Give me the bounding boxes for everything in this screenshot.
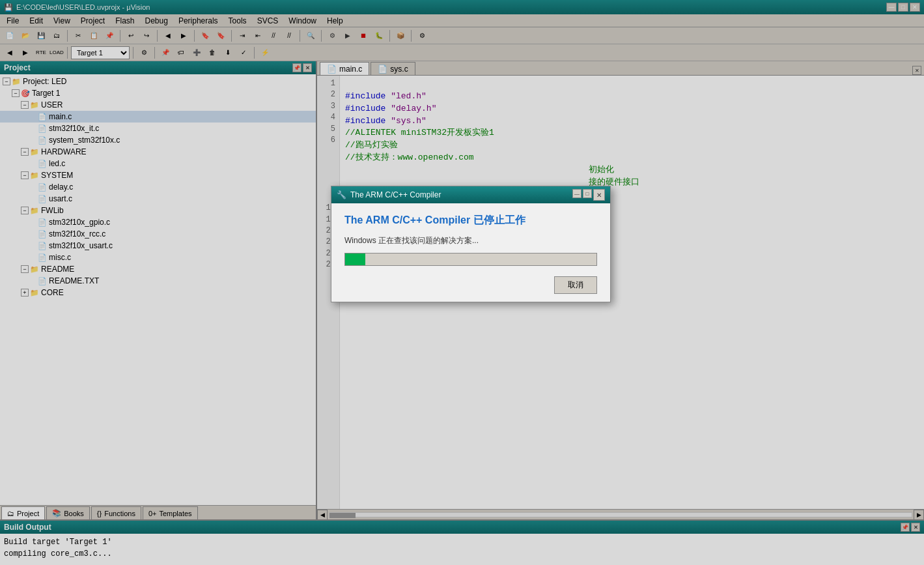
dialog-progress-bar xyxy=(344,253,597,266)
dialog-message-text: Windows 正在查找该问题的解决方案... xyxy=(344,235,597,246)
dialog-titlebar: 🔧 The ARM C/C++ Compiler — □ ✕ xyxy=(331,186,610,203)
dialog-minimize-btn[interactable]: — xyxy=(572,189,581,198)
dialog-overlay: 🔧 The ARM C/C++ Compiler — □ ✕ The ARM C… xyxy=(0,0,924,565)
dialog-error-title: The ARM C/C++ Compiler 已停止工作 xyxy=(344,214,597,227)
dialog-buttons[interactable]: 取消 xyxy=(344,276,597,294)
dialog-close-btn[interactable]: ✕ xyxy=(593,189,605,201)
dialog: 🔧 The ARM C/C++ Compiler — □ ✕ The ARM C… xyxy=(331,186,611,302)
dialog-win-controls[interactable]: — □ ✕ xyxy=(572,189,605,201)
dialog-progress-fill xyxy=(345,254,365,265)
dialog-cancel-button[interactable]: 取消 xyxy=(554,276,597,294)
dialog-title-bar-text: The ARM C/C++ Compiler xyxy=(350,190,441,199)
dialog-title-icon: 🔧 xyxy=(337,190,346,199)
dialog-body: The ARM C/C++ Compiler 已停止工作 Windows 正在查… xyxy=(331,203,610,302)
dialog-titlebar-left: 🔧 The ARM C/C++ Compiler xyxy=(337,190,441,199)
dialog-maximize-btn[interactable]: □ xyxy=(583,189,592,198)
